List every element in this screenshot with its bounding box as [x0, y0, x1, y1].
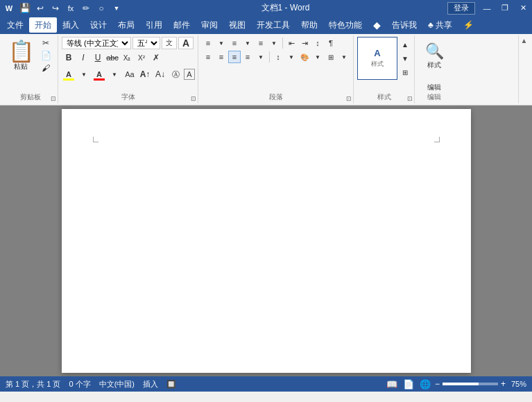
- align-left-button[interactable]: ≡: [202, 51, 214, 63]
- paragraph-expand[interactable]: ⊡: [346, 95, 352, 102]
- menu-help[interactable]: 帮助: [295, 17, 323, 33]
- font-expand[interactable]: ⊡: [191, 95, 196, 102]
- line-spacing-arrow[interactable]: ▼: [285, 51, 298, 63]
- line-spacing-button[interactable]: ↕: [272, 51, 284, 63]
- menu-references[interactable]: 引用: [140, 17, 168, 33]
- align-center-button[interactable]: ≡: [215, 51, 228, 63]
- superscript-button[interactable]: X²: [135, 51, 148, 65]
- small-clipboard-buttons: ✂ 📄 🖌: [37, 37, 55, 74]
- ordered-list-button[interactable]: ≡: [228, 37, 241, 49]
- menu-lightning[interactable]: ⚡: [458, 17, 479, 33]
- subscript-button[interactable]: X₂: [120, 51, 134, 65]
- unordered-list-arrow[interactable]: ▼: [215, 37, 228, 49]
- restore-button[interactable]: ❐: [496, 0, 514, 16]
- highlight-arrow[interactable]: ▼: [77, 67, 91, 81]
- font-square-a[interactable]: A: [184, 69, 195, 80]
- save-quick-btn[interactable]: 💾: [18, 2, 32, 15]
- bold-button[interactable]: B: [62, 51, 76, 65]
- italic-button[interactable]: I: [76, 51, 90, 65]
- zoom-out-btn[interactable]: −: [435, 379, 440, 389]
- paste-button[interactable]: 📋 粘贴: [6, 37, 36, 76]
- strikethrough-button[interactable]: abc: [105, 51, 119, 65]
- font-shrink-btn[interactable]: A↓: [153, 67, 167, 81]
- document-area[interactable]: [0, 106, 532, 376]
- menu-layout[interactable]: 布局: [112, 17, 140, 33]
- menu-review[interactable]: 审阅: [196, 17, 223, 33]
- border-arrow[interactable]: ▼: [338, 51, 350, 63]
- style-expand[interactable]: ⊡: [407, 95, 413, 102]
- fx-quick-btn[interactable]: fx: [64, 2, 78, 15]
- style-more-btn[interactable]: ⊞: [399, 66, 411, 78]
- wen-icon[interactable]: 文: [162, 37, 177, 49]
- unordered-list-button[interactable]: ≡: [202, 37, 214, 49]
- menu-mailings[interactable]: 邮件: [168, 17, 196, 33]
- menu-design[interactable]: 设计: [85, 17, 112, 33]
- font-size-select[interactable]: 五号: [132, 37, 160, 49]
- shading-button[interactable]: 🎨: [298, 51, 311, 63]
- border-button[interactable]: ⊞: [325, 51, 337, 63]
- menu-insert[interactable]: 插入: [57, 17, 85, 33]
- corner-top-right: [434, 137, 440, 142]
- justify-button[interactable]: ≡: [241, 51, 254, 63]
- menu-home[interactable]: 开始: [29, 17, 57, 33]
- increase-indent-button[interactable]: ⇥: [298, 37, 311, 49]
- clear-format-button[interactable]: ✗: [149, 51, 163, 65]
- font-aa-btn[interactable]: Aa: [123, 67, 137, 81]
- text-highlight-color-button[interactable]: A: [62, 67, 76, 81]
- menu-file[interactable]: 文件: [1, 17, 29, 33]
- font-color-button[interactable]: A: [92, 67, 106, 81]
- multilevel-list-button[interactable]: ≡: [255, 37, 267, 49]
- view-print-btn[interactable]: 📖: [385, 378, 399, 390]
- ordered-list-arrow[interactable]: ▼: [241, 37, 254, 49]
- login-button[interactable]: 登录: [447, 2, 475, 15]
- ribbon-collapse-button[interactable]: ▲: [518, 35, 529, 103]
- font-circle-a[interactable]: Ⓐ: [169, 67, 182, 81]
- zoom-level[interactable]: 75%: [511, 380, 526, 388]
- redo-quick-btn[interactable]: ↪: [49, 2, 62, 15]
- dropdown-quick-btn[interactable]: ▼: [110, 2, 123, 15]
- find-replace-button[interactable]: 🔍 样式: [418, 37, 450, 76]
- style-preview[interactable]: A 样式: [357, 37, 397, 80]
- style-down-btn[interactable]: ▼: [399, 52, 411, 65]
- document-page[interactable]: [62, 109, 471, 373]
- menu-developer[interactable]: 开发工具: [251, 17, 295, 33]
- style-up-btn[interactable]: ▲: [399, 38, 411, 51]
- font-family-select[interactable]: 等线 (中文正文): [62, 37, 131, 49]
- clipboard-label: 剪贴板: [3, 92, 58, 102]
- font-grow-btn[interactable]: A↑: [138, 67, 152, 81]
- multilevel-list-arrow[interactable]: ▼: [268, 37, 280, 49]
- align-right-button[interactable]: ≡: [228, 51, 241, 63]
- decrease-indent-button[interactable]: ⇤: [285, 37, 298, 49]
- close-button[interactable]: ✕: [514, 0, 532, 16]
- zoom-in-btn[interactable]: +: [501, 379, 506, 389]
- font-a-large[interactable]: A: [178, 37, 194, 49]
- style-row: A 样式 ▲ ▼ ⊞: [357, 37, 411, 80]
- underline-button[interactable]: U: [91, 51, 105, 65]
- menu-tellme[interactable]: 告诉我: [386, 17, 422, 33]
- status-left: 第 1 页，共 1 页 0 个字 中文(中国) 插入 🔲: [6, 379, 176, 390]
- menu-view[interactable]: 视图: [223, 17, 251, 33]
- sort-button[interactable]: ↕: [311, 37, 324, 49]
- edit-group: 🔍 样式 编辑 编辑: [415, 35, 453, 103]
- shading-arrow[interactable]: ▼: [311, 51, 324, 63]
- format-painter-button[interactable]: 🖌: [37, 62, 55, 74]
- copy-button[interactable]: 📄: [37, 49, 55, 61]
- menu-special[interactable]: 特色功能: [323, 17, 368, 33]
- clipboard-expand[interactable]: ⊡: [51, 95, 56, 102]
- title-bar-right: 登录 — ❐ ✕: [447, 0, 532, 16]
- pen-quick-btn[interactable]: ✏: [79, 2, 93, 15]
- font-color-arrow[interactable]: ▼: [108, 67, 121, 81]
- edit-mode: 插入: [143, 379, 158, 390]
- menu-share[interactable]: ♣ 共享: [422, 17, 458, 33]
- menu-bar: 文件 开始 插入 设计 布局 引用 邮件 审阅 视图 开发工具 帮助 特色功能 …: [0, 16, 532, 34]
- minimize-button[interactable]: —: [478, 0, 496, 16]
- menu-diamond[interactable]: ◆: [368, 17, 386, 33]
- circle-quick-btn[interactable]: ○: [94, 2, 108, 15]
- undo-quick-btn[interactable]: ↩: [33, 2, 47, 15]
- show-marks-button[interactable]: ¶: [325, 37, 337, 49]
- cut-button[interactable]: ✂: [37, 37, 55, 49]
- zoom-slider[interactable]: [443, 383, 498, 385]
- justify-arrow[interactable]: ▼: [255, 51, 267, 63]
- view-web-btn[interactable]: 🌐: [418, 378, 432, 390]
- view-layout-btn[interactable]: 📄: [402, 378, 415, 390]
